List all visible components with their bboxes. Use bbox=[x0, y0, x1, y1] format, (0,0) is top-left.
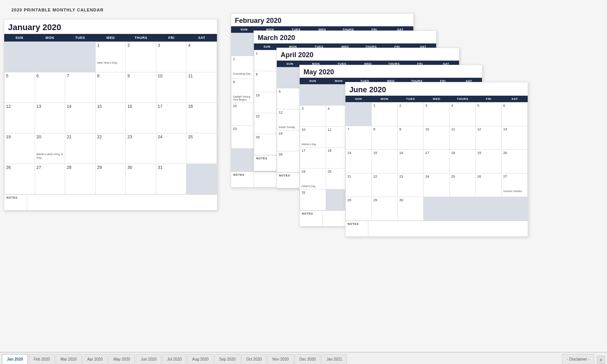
april-title: April 2020 bbox=[277, 48, 459, 61]
table-row: 1 New Year's Day bbox=[96, 42, 126, 72]
table-row: 25 bbox=[186, 133, 217, 164]
may-notes-label: NOTES bbox=[300, 211, 323, 226]
table-row: 19 bbox=[476, 150, 502, 173]
table-row: 17 bbox=[424, 150, 450, 173]
tab-may-2020[interactable]: May 2020 bbox=[108, 354, 135, 364]
table-row: 5 bbox=[476, 103, 502, 126]
table-row: 16 bbox=[126, 103, 156, 133]
tab-jan-2020[interactable]: Jan 2020 bbox=[2, 354, 28, 364]
table-row: 19 bbox=[5, 133, 35, 164]
tab-feb-2020[interactable]: Feb 2020 bbox=[29, 354, 55, 364]
table-row: 14 bbox=[65, 103, 96, 133]
table-row: 9 bbox=[126, 72, 156, 103]
tab-mar-2020[interactable]: Mar 2020 bbox=[56, 354, 82, 364]
table-row: 24 Father's Day bbox=[300, 168, 326, 189]
tab-oct-2020[interactable]: Oct 2020 bbox=[241, 354, 267, 364]
april-notes-label: NOTES bbox=[277, 173, 300, 188]
table-row: 7 bbox=[65, 72, 96, 103]
table-row: 10 bbox=[156, 72, 187, 103]
table-row bbox=[476, 197, 502, 221]
tab-dec-2020[interactable]: Dec 2020 bbox=[294, 354, 321, 364]
table-row: 13 bbox=[502, 126, 528, 150]
table-row: 26 bbox=[5, 164, 35, 194]
table-row: 18 bbox=[450, 150, 476, 173]
tab-apr-2020[interactable]: Apr 2020 bbox=[82, 354, 108, 364]
jan-hdr-thu: THURS bbox=[126, 34, 156, 42]
table-row: 27 bbox=[35, 164, 66, 194]
table-row: 6 bbox=[502, 103, 528, 126]
june-notes-label: NOTES bbox=[345, 221, 368, 236]
january-body: 1 New Year's Day 2 3 4 5 6 7 8 9 10 11 1… bbox=[4, 42, 217, 194]
table-row: 21 bbox=[346, 173, 372, 197]
table-row bbox=[346, 103, 372, 126]
table-row: 24 bbox=[156, 133, 187, 164]
june-notes-area[interactable] bbox=[368, 221, 528, 236]
table-row: 29 bbox=[96, 164, 126, 194]
table-row bbox=[186, 164, 217, 194]
february-title: February 2020 bbox=[231, 14, 413, 26]
table-row: 30 bbox=[126, 164, 156, 194]
table-row: 22 bbox=[372, 173, 398, 197]
table-row: 3 bbox=[300, 106, 326, 127]
tab-disclaimer[interactable]: - Disclaimer - bbox=[562, 354, 594, 364]
table-row: 23 bbox=[398, 173, 424, 197]
table-row: 18 bbox=[186, 103, 217, 133]
table-row: 14 bbox=[346, 150, 372, 173]
table-row: 17 bbox=[156, 103, 187, 133]
table-row: 21 bbox=[65, 133, 96, 164]
table-row: 24 bbox=[424, 173, 450, 197]
table-row: 3 bbox=[424, 103, 450, 126]
table-row: 12 bbox=[5, 103, 35, 133]
table-row: 8 bbox=[96, 72, 126, 103]
jan-hdr-fri: FRI bbox=[156, 34, 187, 42]
jan-hdr-sun: SUN bbox=[4, 34, 35, 42]
table-row: 25 bbox=[450, 173, 476, 197]
calendar-june: June 2020 SUN MON TUES WED THURS FRI SAT… bbox=[345, 82, 528, 237]
main-area: 2020 PRINTABLE MONTHLY CALENDAR January … bbox=[0, 0, 607, 352]
table-row: 6 bbox=[35, 72, 66, 103]
add-sheet-button[interactable]: + bbox=[597, 356, 605, 364]
table-row: 13 bbox=[35, 103, 66, 133]
table-row: 16 bbox=[398, 150, 424, 173]
table-row: 12 bbox=[476, 126, 502, 150]
tab-aug-2020[interactable]: Aug 2020 bbox=[187, 354, 214, 364]
table-row bbox=[35, 42, 66, 72]
january-header: SUN MON TUES WED THURS FRI SAT bbox=[4, 34, 217, 42]
table-row: 4 bbox=[450, 103, 476, 126]
tab-sep-2020[interactable]: Sep 2020 bbox=[214, 354, 241, 364]
table-row: 9 bbox=[398, 126, 424, 150]
table-row bbox=[5, 42, 35, 72]
january-title: January 2020 bbox=[4, 19, 217, 34]
january-notes: NOTES bbox=[4, 194, 217, 210]
tab-jul-2020[interactable]: Jul 2020 bbox=[162, 354, 186, 364]
table-row bbox=[502, 197, 528, 221]
table-row: 17 bbox=[300, 148, 326, 168]
march-notes-label: NOTES bbox=[254, 156, 277, 171]
table-row: 8 bbox=[372, 126, 398, 150]
tab-jun-2020[interactable]: Jun 2020 bbox=[136, 354, 161, 364]
table-row: 31 bbox=[156, 164, 187, 194]
table-row: 1 bbox=[372, 103, 398, 126]
table-row: 15 bbox=[96, 103, 126, 133]
tab-bar: Jan 2020 Feb 2020 Mar 2020 Apr 2020 May … bbox=[0, 352, 607, 364]
table-row: 20 Martin Luther King Jr Day bbox=[35, 133, 66, 164]
table-row: 7 bbox=[346, 126, 372, 150]
june-title: June 2020 bbox=[345, 82, 528, 96]
add-icon: + bbox=[599, 357, 602, 363]
table-row: 5 bbox=[5, 72, 35, 103]
jan-hdr-wed: WED bbox=[95, 34, 126, 42]
table-row: 3 bbox=[156, 42, 187, 72]
table-row bbox=[300, 85, 326, 106]
table-row bbox=[65, 42, 96, 72]
jan-hdr-tue: TUES bbox=[65, 34, 95, 42]
tab-nov-2020[interactable]: Nov 2020 bbox=[268, 354, 294, 364]
may-title: May 2020 bbox=[300, 65, 482, 78]
table-row: 2 bbox=[398, 103, 424, 126]
tab-jan-2021[interactable]: Jan 2021 bbox=[321, 354, 347, 364]
table-row: 27 Summer Solstice bbox=[502, 173, 528, 197]
page-title: 2020 PRINTABLE MONTHLY CALENDAR bbox=[11, 8, 596, 12]
table-row: 4 bbox=[186, 42, 217, 72]
jan-hdr-mon: MON bbox=[35, 34, 65, 42]
january-notes-area[interactable] bbox=[27, 195, 217, 210]
january-notes-label: NOTES bbox=[4, 195, 27, 210]
